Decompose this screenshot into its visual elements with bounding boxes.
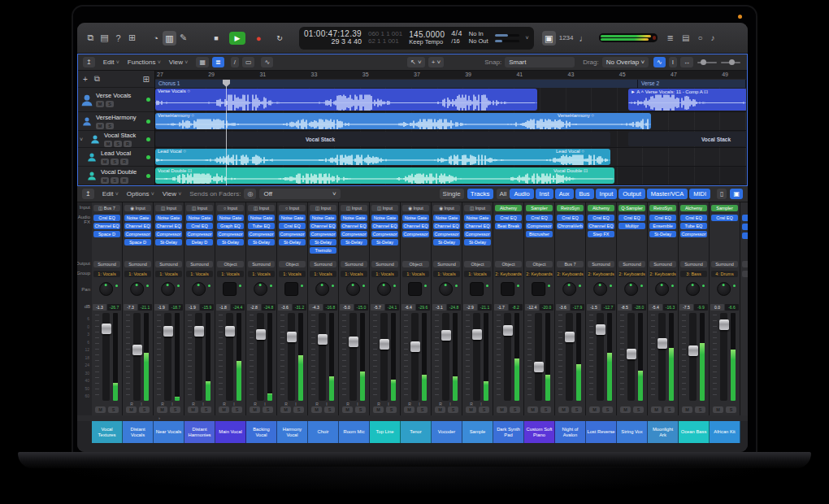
- mute-button[interactable]: M: [682, 406, 692, 413]
- mute-button[interactable]: M: [219, 406, 229, 413]
- channel-strip-harmony-vocal[interactable]: ○ InputNoise GateCnsl EQCompressorSt-Del…: [277, 202, 308, 415]
- channel-strip-distant-vocals[interactable]: ◉ InputNoise GateChannel EQCompressorSpa…: [123, 202, 154, 415]
- channel-strip-near-vocals[interactable]: ◫ InputNoise GateChannel EQCompressorSt-…: [154, 202, 184, 415]
- group-slot[interactable]: 1: Vocals: [248, 271, 275, 277]
- loop-browser-icon[interactable]: ○: [697, 33, 702, 42]
- fader-track[interactable]: [689, 313, 697, 401]
- strip-name-near-vocals[interactable]: Near Vocals: [154, 421, 184, 443]
- fader-cap[interactable]: [349, 337, 358, 347]
- group-slot[interactable]: 1: Vocals: [310, 271, 336, 277]
- instrument-slot[interactable]: RetroSyn: [557, 205, 584, 211]
- command-click-tool-button[interactable]: + ˅: [428, 57, 445, 67]
- fx-slot-compressor[interactable]: Compressor: [124, 231, 151, 237]
- output-slot[interactable]: Object: [279, 261, 306, 267]
- mute-button[interactable]: M: [188, 406, 198, 413]
- channel-strip-backing-vocal[interactable]: ◫ InputNoise GateTube EQCompressorSt-Del…: [246, 202, 277, 415]
- pan-control[interactable]: [277, 280, 307, 302]
- add-track-button[interactable]: +: [83, 75, 88, 84]
- fx-slot-stdelay[interactable]: St-Delay: [371, 239, 398, 245]
- fx-slot-compressor[interactable]: Compressor: [310, 231, 336, 237]
- drag-select[interactable]: No Overlap ˅: [602, 57, 649, 67]
- strip-hide-row[interactable]: ›: [77, 415, 748, 421]
- fx-slot-compressor[interactable]: Compressor: [402, 231, 429, 237]
- group-slot[interactable]: 1: Vocals: [402, 271, 429, 277]
- snap-select[interactable]: Smart: [505, 57, 575, 67]
- stack-summary-region[interactable]: Vocal Stack: [155, 132, 610, 146]
- instrument-slot[interactable]: Alchemy: [588, 205, 614, 211]
- pointer-tool-button[interactable]: ↖ ˅: [407, 57, 425, 67]
- pan-knob[interactable]: [99, 282, 113, 296]
- fx-slot-channeleq[interactable]: Channel EQ: [402, 223, 429, 229]
- fx-slot-compressor[interactable]: Compressor: [341, 231, 367, 237]
- record-button[interactable]: ●: [250, 32, 267, 45]
- fx-slot-compressor[interactable]: Compressor: [186, 231, 213, 237]
- fx-slot-stdelay[interactable]: St-Delay: [248, 239, 275, 245]
- fx-slot-noisegate[interactable]: Noise Gate: [279, 215, 306, 221]
- group-slot[interactable]: 2: Keyboards: [618, 271, 645, 277]
- channel-strip-moonlight-ark[interactable]: RetroSynCnsl EQEnsembleSt-DelaySurround2…: [648, 202, 679, 415]
- solo-button[interactable]: S: [293, 406, 304, 413]
- fx-slot-noisegate[interactable]: Noise Gate: [248, 215, 275, 221]
- flex-icon[interactable]: ∿: [261, 57, 273, 67]
- channel-strip-african-kit[interactable]: SamplerCnsl EQSurround4: Drums0.0-6.6MS: [710, 202, 740, 415]
- pan-knob[interactable]: [161, 282, 175, 296]
- pan-knob[interactable]: [624, 282, 638, 296]
- fader-cap[interactable]: [534, 362, 544, 372]
- display-mode-icon[interactable]: ▣: [542, 31, 556, 46]
- group-slot[interactable]: 2: Keyboards: [526, 271, 553, 277]
- output-slot[interactable]: Bus 7: [557, 261, 584, 267]
- pan-control[interactable]: [184, 280, 215, 302]
- fader-cap[interactable]: [719, 319, 729, 330]
- fx-slot-stdelay[interactable]: St-Delay: [217, 239, 244, 245]
- filter-aux[interactable]: Aux: [555, 189, 574, 199]
- fader-track[interactable]: [288, 313, 295, 401]
- pan-knob[interactable]: [346, 282, 360, 296]
- m-button[interactable]: M: [101, 177, 109, 184]
- fader-track[interactable]: [195, 313, 202, 401]
- pan-control[interactable]: [710, 280, 740, 302]
- list-editors-icon[interactable]: ≣: [667, 33, 674, 42]
- input-slot[interactable]: ◫ Input: [248, 205, 275, 211]
- channel-strip-vocal-textures[interactable]: ◫ Bus 7Cnsl EQChannel EQSpace DSurround1…: [92, 202, 123, 415]
- output-slot[interactable]: Object: [464, 261, 491, 267]
- mute-button[interactable]: M: [95, 406, 106, 413]
- tuner-icon[interactable]: ◔: [149, 33, 163, 43]
- mixer-menu-view[interactable]: View ˅: [163, 190, 182, 198]
- track-header-options-button[interactable]: ⊞: [143, 75, 150, 84]
- power-icon[interactable]: ◎: [244, 189, 256, 199]
- horizontal-zoom-slider[interactable]: [721, 62, 740, 63]
- filter-audio[interactable]: Audio: [510, 189, 533, 199]
- output-slot[interactable]: Object: [495, 261, 522, 267]
- output-slot[interactable]: Surround: [433, 261, 460, 267]
- pan-knob[interactable]: [593, 282, 607, 296]
- channel-strip-choir[interactable]: ◫ InputNoise GateChannel EQCompressorSt-…: [308, 202, 339, 415]
- fx-slot-spaced[interactable]: Space D: [93, 231, 120, 237]
- mute-button[interactable]: M: [620, 406, 631, 413]
- channel-strip-vocoder[interactable]: ◉ InputNoise GateChannel EQCompressorSt-…: [432, 202, 462, 415]
- fx-slot-channeleq[interactable]: Channel EQ: [124, 223, 151, 229]
- mute-button[interactable]: M: [589, 406, 600, 413]
- stack-chevron-icon[interactable]: ˅: [80, 137, 86, 142]
- pan-knob[interactable]: [686, 282, 700, 296]
- fx-slot-compressor[interactable]: Compressor: [464, 231, 491, 237]
- strip-name-ocean-bass[interactable]: Ocean Bass: [679, 421, 710, 443]
- input-slot[interactable]: ◫ Input: [371, 205, 398, 211]
- fader-cap[interactable]: [225, 326, 235, 337]
- mute-button[interactable]: M: [157, 406, 167, 413]
- group-slot[interactable]: 1: Vocals: [155, 271, 182, 277]
- fx-slot-stdelay[interactable]: St-Delay: [341, 239, 367, 245]
- editors-icon[interactable]: ✎: [176, 33, 190, 43]
- mute-button[interactable]: M: [713, 406, 723, 413]
- fx-slot-noisegate[interactable]: Noise Gate: [341, 215, 367, 221]
- fx-slot-compressor[interactable]: Compressor: [279, 231, 306, 237]
- back-icon[interactable]: ↥: [83, 57, 95, 67]
- wide-channels-icon[interactable]: ▣: [730, 189, 743, 199]
- fx-slot-stepfx[interactable]: Step FX: [588, 231, 614, 237]
- lcd-display[interactable]: 01:00:47:12.39 29 3 4 40 060 1 1 001 62 …: [299, 27, 534, 50]
- fx-slot-compressor[interactable]: Compressor: [526, 223, 553, 229]
- automation-icon[interactable]: /: [231, 57, 239, 67]
- solo-button[interactable]: S: [263, 406, 273, 413]
- solo-button[interactable]: S: [479, 406, 489, 413]
- fx-slot-noisegate[interactable]: Noise Gate: [217, 215, 244, 221]
- mixer-menu-options[interactable]: Options ˅: [127, 190, 154, 198]
